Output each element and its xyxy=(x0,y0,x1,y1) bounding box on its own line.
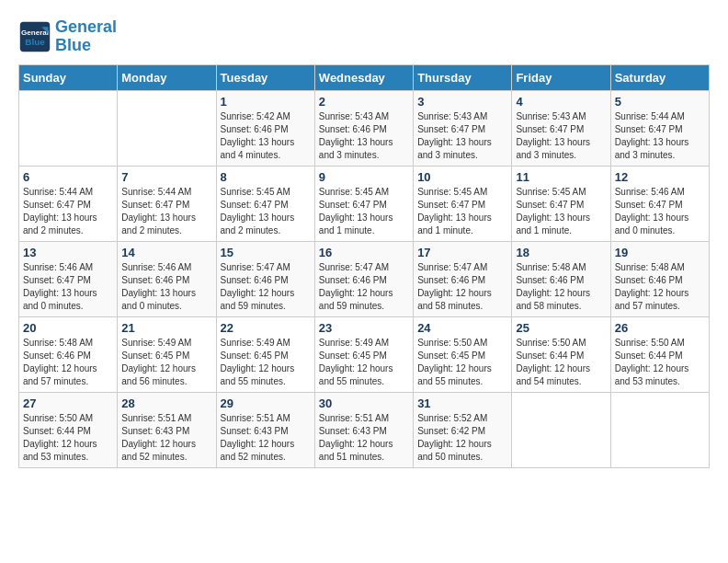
day-info: Sunrise: 5:49 AM Sunset: 6:45 PM Dayligh… xyxy=(221,337,311,388)
header-cell-friday: Friday xyxy=(512,64,610,90)
day-cell: 19Sunrise: 5:48 AM Sunset: 6:46 PM Dayli… xyxy=(610,241,709,316)
day-info: Sunrise: 5:45 AM Sunset: 6:47 PM Dayligh… xyxy=(221,186,311,237)
day-info: Sunrise: 5:50 AM Sunset: 6:45 PM Dayligh… xyxy=(417,337,507,388)
day-number: 14 xyxy=(121,246,211,259)
day-info: Sunrise: 5:44 AM Sunset: 6:47 PM Dayligh… xyxy=(23,186,113,237)
header-cell-sunday: Sunday xyxy=(19,64,118,90)
day-cell xyxy=(610,392,709,467)
day-cell: 18Sunrise: 5:48 AM Sunset: 6:46 PM Dayli… xyxy=(512,241,610,316)
day-info: Sunrise: 5:45 AM Sunset: 6:47 PM Dayligh… xyxy=(516,186,606,237)
header-cell-wednesday: Wednesday xyxy=(314,64,413,90)
day-number: 23 xyxy=(319,321,409,335)
day-info: Sunrise: 5:43 AM Sunset: 6:47 PM Dayligh… xyxy=(417,110,507,162)
day-info: Sunrise: 5:51 AM Sunset: 6:43 PM Dayligh… xyxy=(319,412,409,464)
day-cell: 16Sunrise: 5:47 AM Sunset: 6:46 PM Dayli… xyxy=(314,241,413,316)
day-number: 12 xyxy=(615,170,705,184)
logo-text: GeneralBlue xyxy=(55,18,117,55)
day-number: 16 xyxy=(319,246,409,259)
day-cell xyxy=(512,392,610,467)
day-number: 13 xyxy=(23,246,113,259)
day-cell: 13Sunrise: 5:46 AM Sunset: 6:47 PM Dayli… xyxy=(19,241,118,316)
day-number: 19 xyxy=(615,246,705,259)
calendar-header-row: SundayMondayTuesdayWednesdayThursdayFrid… xyxy=(19,64,710,90)
day-number: 7 xyxy=(121,170,211,184)
day-number: 15 xyxy=(221,246,311,259)
day-info: Sunrise: 5:49 AM Sunset: 6:45 PM Dayligh… xyxy=(319,337,409,388)
day-cell: 25Sunrise: 5:50 AM Sunset: 6:44 PM Dayli… xyxy=(512,316,610,392)
day-info: Sunrise: 5:50 AM Sunset: 6:44 PM Dayligh… xyxy=(23,412,113,464)
day-number: 1 xyxy=(221,95,311,109)
day-info: Sunrise: 5:44 AM Sunset: 6:47 PM Dayligh… xyxy=(121,186,211,237)
day-cell: 21Sunrise: 5:49 AM Sunset: 6:45 PM Dayli… xyxy=(118,316,216,392)
day-cell: 3Sunrise: 5:43 AM Sunset: 6:47 PM Daylig… xyxy=(414,90,512,166)
day-info: Sunrise: 5:50 AM Sunset: 6:44 PM Dayligh… xyxy=(516,337,606,388)
day-number: 25 xyxy=(516,321,606,335)
day-info: Sunrise: 5:46 AM Sunset: 6:46 PM Dayligh… xyxy=(121,261,211,313)
day-cell: 7Sunrise: 5:44 AM Sunset: 6:47 PM Daylig… xyxy=(118,166,216,241)
day-number: 6 xyxy=(23,170,113,184)
day-cell: 2Sunrise: 5:43 AM Sunset: 6:46 PM Daylig… xyxy=(314,90,413,166)
week-row-5: 27Sunrise: 5:50 AM Sunset: 6:44 PM Dayli… xyxy=(19,392,710,467)
day-info: Sunrise: 5:44 AM Sunset: 6:47 PM Dayligh… xyxy=(615,110,705,162)
day-number: 2 xyxy=(319,95,409,109)
day-number: 24 xyxy=(417,321,507,335)
day-info: Sunrise: 5:49 AM Sunset: 6:45 PM Dayligh… xyxy=(121,337,211,388)
day-number: 27 xyxy=(23,396,113,410)
day-cell: 14Sunrise: 5:46 AM Sunset: 6:46 PM Dayli… xyxy=(118,241,216,316)
header-cell-monday: Monday xyxy=(118,64,216,90)
day-number: 28 xyxy=(121,396,211,410)
day-info: Sunrise: 5:47 AM Sunset: 6:46 PM Dayligh… xyxy=(221,261,311,313)
day-cell xyxy=(19,90,118,166)
day-cell: 29Sunrise: 5:51 AM Sunset: 6:43 PM Dayli… xyxy=(216,392,314,467)
week-row-4: 20Sunrise: 5:48 AM Sunset: 6:46 PM Dayli… xyxy=(19,316,710,392)
day-number: 18 xyxy=(516,246,606,259)
day-cell: 12Sunrise: 5:46 AM Sunset: 6:47 PM Dayli… xyxy=(610,166,709,241)
day-number: 10 xyxy=(417,170,507,184)
day-cell xyxy=(118,90,216,166)
day-cell: 11Sunrise: 5:45 AM Sunset: 6:47 PM Dayli… xyxy=(512,166,610,241)
day-cell: 8Sunrise: 5:45 AM Sunset: 6:47 PM Daylig… xyxy=(216,166,314,241)
day-cell: 26Sunrise: 5:50 AM Sunset: 6:44 PM Dayli… xyxy=(610,316,709,392)
page-header: General Blue GeneralBlue xyxy=(18,18,710,55)
day-cell: 20Sunrise: 5:48 AM Sunset: 6:46 PM Dayli… xyxy=(19,316,118,392)
day-info: Sunrise: 5:46 AM Sunset: 6:47 PM Dayligh… xyxy=(23,261,113,313)
day-info: Sunrise: 5:42 AM Sunset: 6:46 PM Dayligh… xyxy=(221,110,311,162)
day-info: Sunrise: 5:43 AM Sunset: 6:47 PM Dayligh… xyxy=(516,110,606,162)
day-number: 5 xyxy=(615,95,705,109)
day-number: 20 xyxy=(23,321,113,335)
week-row-1: 1Sunrise: 5:42 AM Sunset: 6:46 PM Daylig… xyxy=(19,90,710,166)
day-cell: 15Sunrise: 5:47 AM Sunset: 6:46 PM Dayli… xyxy=(216,241,314,316)
svg-text:Blue: Blue xyxy=(25,37,45,47)
day-info: Sunrise: 5:48 AM Sunset: 6:46 PM Dayligh… xyxy=(23,337,113,388)
day-cell: 23Sunrise: 5:49 AM Sunset: 6:45 PM Dayli… xyxy=(314,316,413,392)
header-cell-thursday: Thursday xyxy=(414,64,512,90)
calendar-table: SundayMondayTuesdayWednesdayThursdayFrid… xyxy=(18,64,710,468)
day-number: 8 xyxy=(221,170,311,184)
day-cell: 24Sunrise: 5:50 AM Sunset: 6:45 PM Dayli… xyxy=(414,316,512,392)
day-info: Sunrise: 5:48 AM Sunset: 6:46 PM Dayligh… xyxy=(516,261,606,313)
day-number: 31 xyxy=(417,396,507,410)
day-cell: 6Sunrise: 5:44 AM Sunset: 6:47 PM Daylig… xyxy=(19,166,118,241)
header-cell-tuesday: Tuesday xyxy=(216,64,314,90)
day-info: Sunrise: 5:51 AM Sunset: 6:43 PM Dayligh… xyxy=(121,412,211,464)
svg-text:General: General xyxy=(21,29,49,37)
day-cell: 30Sunrise: 5:51 AM Sunset: 6:43 PM Dayli… xyxy=(314,392,413,467)
day-number: 21 xyxy=(121,321,211,335)
day-number: 26 xyxy=(615,321,705,335)
day-number: 30 xyxy=(319,396,409,410)
day-info: Sunrise: 5:48 AM Sunset: 6:46 PM Dayligh… xyxy=(615,261,705,313)
week-row-2: 6Sunrise: 5:44 AM Sunset: 6:47 PM Daylig… xyxy=(19,166,710,241)
day-number: 22 xyxy=(221,321,311,335)
day-info: Sunrise: 5:52 AM Sunset: 6:42 PM Dayligh… xyxy=(417,412,507,464)
day-cell: 22Sunrise: 5:49 AM Sunset: 6:45 PM Dayli… xyxy=(216,316,314,392)
day-number: 9 xyxy=(319,170,409,184)
calendar-body: 1Sunrise: 5:42 AM Sunset: 6:46 PM Daylig… xyxy=(19,90,710,467)
day-info: Sunrise: 5:45 AM Sunset: 6:47 PM Dayligh… xyxy=(417,186,507,237)
day-info: Sunrise: 5:50 AM Sunset: 6:44 PM Dayligh… xyxy=(615,337,705,388)
logo-icon: General Blue xyxy=(18,20,51,53)
week-row-3: 13Sunrise: 5:46 AM Sunset: 6:47 PM Dayli… xyxy=(19,241,710,316)
day-info: Sunrise: 5:45 AM Sunset: 6:47 PM Dayligh… xyxy=(319,186,409,237)
day-info: Sunrise: 5:47 AM Sunset: 6:46 PM Dayligh… xyxy=(319,261,409,313)
header-cell-saturday: Saturday xyxy=(610,64,709,90)
logo: General Blue GeneralBlue xyxy=(18,18,117,55)
